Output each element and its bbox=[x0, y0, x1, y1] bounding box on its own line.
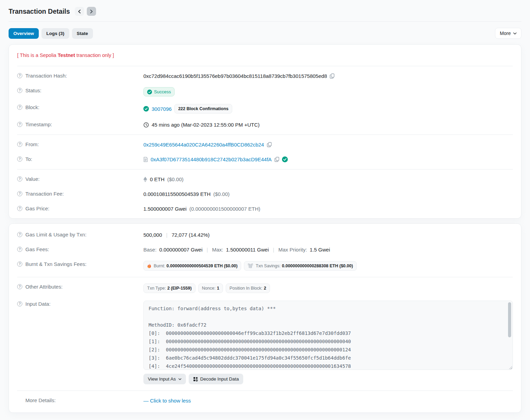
chevron-right-icon bbox=[90, 10, 93, 13]
help-icon[interactable]: ? bbox=[17, 142, 22, 147]
to-address-link[interactable]: 0xA3f07D6773514480b918C2742b027b3acD9E44… bbox=[151, 156, 272, 162]
row-input-data: ? Input Data: Function: forward(address … bbox=[17, 297, 513, 388]
gas-price-label: Gas Price: bbox=[25, 206, 49, 211]
help-icon[interactable]: ? bbox=[17, 73, 22, 78]
txn-type-label: Txn Type: bbox=[147, 286, 166, 291]
copy-icon[interactable] bbox=[274, 157, 279, 162]
contract-file-icon bbox=[143, 157, 148, 162]
max-fee-label: Max: bbox=[212, 247, 223, 253]
warning-suffix: transaction only ] bbox=[75, 52, 114, 58]
show-less-link[interactable]: — Click to show less bbox=[143, 398, 191, 404]
scrollbar-thumb[interactable] bbox=[508, 302, 511, 337]
tabs-row: Overview Logs (3) State More bbox=[9, 22, 521, 44]
value-amount: 0 ETH bbox=[150, 176, 165, 182]
help-icon[interactable]: ? bbox=[17, 191, 22, 196]
status-badge: Success bbox=[143, 87, 175, 96]
help-icon[interactable]: ? bbox=[17, 122, 22, 127]
block-label: Block: bbox=[25, 104, 39, 110]
check-circle-icon bbox=[147, 90, 152, 94]
divider bbox=[17, 169, 513, 170]
gas-limit-label: Gas Limit & Usage by Txn: bbox=[25, 232, 86, 237]
burnt-savings-label: Burnt & Txn Savings Fees: bbox=[25, 261, 86, 267]
help-icon[interactable]: ? bbox=[17, 105, 22, 110]
next-transaction-button[interactable] bbox=[87, 7, 96, 16]
nonce-badge: Nonce: 1 bbox=[198, 283, 223, 293]
transaction-fee-label: Transaction Fee: bbox=[25, 191, 64, 197]
separator: | bbox=[205, 247, 209, 253]
position-in-block-label: Position In Block: bbox=[229, 286, 262, 291]
max-fee-value: 1.500000011 Gwei bbox=[226, 247, 269, 253]
input-data-scrollbar[interactable] bbox=[508, 302, 511, 368]
status-badge-label: Success bbox=[154, 89, 171, 94]
row-status: ? Status: Success bbox=[17, 83, 513, 100]
tab-logs[interactable]: Logs (3) bbox=[42, 28, 69, 39]
gas-price-amount: 1.500000007 Gwei bbox=[143, 206, 187, 212]
block-number-link[interactable]: 3007096 bbox=[152, 106, 172, 112]
money-wings-icon bbox=[248, 264, 253, 268]
to-label: To: bbox=[25, 156, 32, 162]
value-label: Value: bbox=[25, 176, 39, 182]
help-icon[interactable]: ? bbox=[17, 232, 22, 237]
verified-check-icon bbox=[282, 156, 288, 162]
clock-icon bbox=[143, 122, 149, 128]
warning-prefix: [ This is a Sepolia bbox=[17, 52, 58, 58]
decode-input-data-button[interactable]: Decode Input Data bbox=[189, 374, 244, 384]
divider bbox=[17, 277, 513, 277]
more-button-label: More bbox=[500, 31, 511, 36]
txn-type-badge: Txn Type: 2 (EIP-1559) bbox=[143, 283, 196, 293]
row-block: ? Block: 3007096 222 Block Confirmations bbox=[17, 100, 513, 117]
input-data-content: Function: forward(address to,bytes data)… bbox=[149, 304, 503, 370]
row-transaction-fee: ? Transaction Fee: 0.000108115500504539 … bbox=[17, 187, 513, 201]
tab-list: Overview Logs (3) State bbox=[9, 28, 93, 39]
nonce-value: 1 bbox=[217, 286, 219, 291]
timestamp-label: Timestamp: bbox=[25, 121, 52, 127]
divider bbox=[17, 390, 513, 391]
help-icon[interactable]: ? bbox=[17, 176, 22, 182]
help-icon[interactable]: ? bbox=[17, 156, 22, 162]
from-label: From: bbox=[25, 141, 39, 147]
help-icon[interactable]: ? bbox=[17, 206, 22, 211]
other-attributes-label: Other Attributes: bbox=[25, 284, 62, 290]
copy-icon[interactable] bbox=[330, 73, 334, 79]
previous-transaction-button[interactable] bbox=[75, 7, 84, 16]
max-priority-fee-value: 1.5 Gwei bbox=[310, 247, 330, 253]
help-icon[interactable]: ? bbox=[17, 261, 22, 267]
row-to: ? To: 0xA3f07D6773514480b918C2742b027b3a… bbox=[17, 152, 513, 167]
tab-state[interactable]: State bbox=[72, 28, 93, 39]
divider bbox=[17, 66, 513, 66]
warning-bold: Testnet bbox=[58, 52, 75, 58]
transaction-fee-amount: 0.000108115500504539 ETH bbox=[143, 191, 211, 197]
row-gas-limit: ? Gas Limit & Usage by Txn: 500,000 | 72… bbox=[17, 226, 513, 242]
gas-fees-label: Gas Fees: bbox=[25, 246, 49, 252]
txn-savings-label: Txn Savings: bbox=[256, 264, 280, 268]
txn-savings-value: 0.000000000000288308 ETH ($0.00) bbox=[282, 264, 353, 268]
help-icon[interactable]: ? bbox=[17, 88, 22, 93]
help-icon[interactable]: ? bbox=[17, 247, 22, 252]
more-button[interactable]: More bbox=[495, 28, 521, 39]
base-fee-label: Base: bbox=[143, 247, 156, 253]
row-other-attributes: ? Other Attributes: Txn Type: 2 (EIP-155… bbox=[17, 280, 513, 297]
resize-grip-icon[interactable] bbox=[508, 365, 512, 369]
max-priority-fee-label: Max Priority: bbox=[278, 247, 307, 253]
copy-icon[interactable] bbox=[267, 142, 272, 147]
view-input-as-button[interactable]: View Input As bbox=[143, 374, 186, 384]
more-details-label: More Details: bbox=[25, 397, 56, 403]
input-data-label: Input Data: bbox=[25, 301, 50, 307]
flame-icon bbox=[147, 263, 151, 268]
transaction-overview-card: [ This is a Sepolia Testnet transaction … bbox=[9, 44, 521, 219]
help-icon[interactable]: ? bbox=[17, 301, 22, 306]
txn-savings-badge: Txn Savings: 0.000000000000288308 ETH ($… bbox=[244, 261, 356, 271]
status-label: Status: bbox=[25, 88, 42, 93]
row-from: ? From: 0x259c49E65644a020C2A642260a4ffB… bbox=[17, 137, 513, 152]
tab-overview[interactable]: Overview bbox=[9, 28, 39, 39]
help-icon[interactable]: ? bbox=[17, 284, 22, 289]
view-input-as-label: View Input As bbox=[148, 376, 176, 382]
from-address-link[interactable]: 0x259c49E65644a020C2A642260a4ffB0CD862cb… bbox=[143, 142, 264, 148]
burnt-label: Burnt: bbox=[154, 264, 165, 268]
gas-usage-value: 72,077 (14.42%) bbox=[172, 232, 210, 238]
input-data-textarea[interactable]: Function: forward(address to,bytes data)… bbox=[143, 301, 513, 370]
row-gas-fees: ? Gas Fees: Base: 0.000000007 Gwei | Max… bbox=[17, 242, 513, 257]
row-value: ? Value: 0 ETH ($0.00) bbox=[17, 172, 513, 187]
block-confirmations-badge: 222 Block Confirmations bbox=[174, 104, 232, 114]
gas-limit-value: 500,000 bbox=[143, 232, 162, 238]
